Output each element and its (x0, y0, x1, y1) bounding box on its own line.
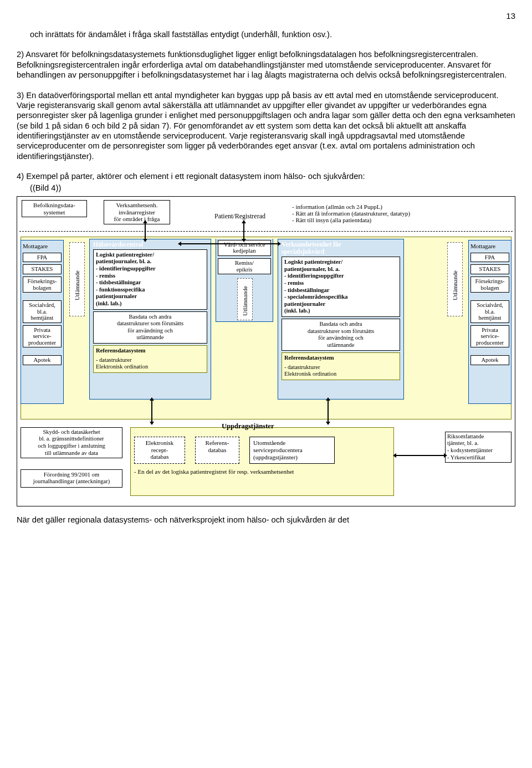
box-verksamhetsenh: Verksamhetsenh. invånarregister för områ… (104, 200, 170, 224)
mid-box: Vård- och service kedjeplan Remiss/ epik… (216, 239, 273, 322)
para-4: 4) Exempel på parter, aktörer och elemen… (17, 171, 515, 181)
para-3: 3) En dataöverföringsportal mellan ett a… (17, 90, 515, 162)
arrow-v2 (243, 223, 244, 239)
box-forsekring-r: Försekrings- bolagen (470, 277, 509, 293)
dash-top (19, 231, 513, 232)
box-befolkningsdata: Befolkningsdata- systemet (22, 200, 87, 217)
box-forsekring-l: Försekrings- bolagen (23, 277, 62, 293)
arrow-v3 (151, 401, 152, 422)
hvc-refs: Referensdatasystem - datastrukturer Elek… (93, 345, 207, 373)
box-stakes-l: STAKES (23, 264, 62, 274)
util-box-left: Utlämnande (69, 242, 85, 316)
box-riksomfattande: Riksomfattande tjänster, bl. a. - kodsys… (445, 432, 511, 463)
box-social-r: Socialvård, bl.a. hemtjänst (470, 300, 509, 323)
box-regulation: Förordning 99/2001 om journalhandlingar … (21, 469, 122, 488)
box-apotek-l: Apotek (23, 355, 62, 365)
util-label-l: Utlämnande (74, 262, 80, 309)
top-row: Befolkningsdata- systemet Verksamhetsenh… (22, 200, 510, 224)
util-label-r: Utlämnande (452, 262, 458, 309)
mid-remiss: Remiss/ epikris (218, 258, 271, 274)
para-1: och inrättats för ändamålet i fråga skal… (30, 29, 515, 39)
hvc-refs-body: - datastrukturer Elektronisk ordination (96, 357, 204, 371)
para-2: 2) Ansvaret för befolkningsdatasystemets… (17, 49, 515, 80)
receivers-right: Mottagare FPA STAKES Försekrings- bolage… (468, 240, 511, 404)
box-stakes-r: STAKES (470, 264, 509, 274)
uppdrag-title: Uppdragstjänster (219, 422, 276, 431)
rights-list: - information (allmän och 24 PuppL) - Rä… (292, 203, 410, 223)
arrow-v4 (328, 401, 329, 422)
sjv-title: Verksamhetsenhet för specialsjukvård (282, 241, 400, 255)
right-1: - information (allmän och 24 PuppL) (292, 203, 410, 210)
arrow-riks (396, 455, 444, 456)
box-privat-r: Privata service- producenter (470, 325, 509, 348)
sjv-refs-body: - datastrukturer Elektronisk ordination (284, 364, 397, 378)
box-utomstaende: Utomstående serviceproducentera (uppdrag… (249, 437, 335, 464)
right-3: - Rätt till insyn (alla patientdata) (292, 217, 410, 223)
box-privat-l: Privata service- producenter (23, 325, 62, 348)
receivers-title-l: Mottagare (23, 243, 62, 249)
sjv-refs: Referensdatasystem - datastrukturer Elek… (282, 352, 400, 380)
hvc-block2: Basdata och andra datastrukturer som för… (93, 311, 207, 344)
uppdrag-note: - En del av det logiska patientregistret… (134, 468, 390, 475)
sjv-block2: Basdata och andra datastrukturer som för… (282, 319, 400, 351)
sjv-refs-title: Referensdatasystem (284, 355, 397, 362)
col-hvc: Hälsovårdscentral Logiskt patientregiste… (89, 239, 211, 400)
box-fpa-l: FPA (23, 253, 62, 263)
bottom-area: Skydd- och datasäkerhet bl. a. gränssnit… (21, 422, 511, 503)
arrow-v1 (145, 223, 146, 239)
patient-label: Patient/Registrerad (214, 212, 265, 221)
util-box-right: Utlämnande (447, 242, 463, 316)
hvc-block1: Logiskt patientregister/ patientjournale… (93, 249, 207, 310)
box-apotek-r: Apotek (470, 355, 509, 365)
receivers-left: Mottagare FPA STAKES Försekrings- bolage… (21, 240, 64, 404)
receivers-title-r: Mottagare (470, 243, 509, 249)
mid-vard: Vård- och service kedjeplan (218, 240, 271, 256)
uppdrag-area: Uppdragstjänster Elektronisk recept- dat… (130, 427, 394, 496)
diagram: Befolkningsdata- systemet Verksamhetsenh… (17, 196, 515, 506)
box-refdb: Referens- databas (195, 437, 239, 464)
mid-util-label: Utlämnande (242, 277, 248, 325)
bild-label: ((Bild 4)) (30, 183, 515, 193)
right-2: - Rätt att få information (datastrukture… (292, 210, 410, 217)
box-security: Skydd- och datasäkerhet bl. a. gränssnit… (21, 427, 122, 458)
hvc-refs-title: Referensdatasystem (96, 347, 204, 355)
box-social-l: Socialvård, bl.a. hemtjänst (23, 300, 62, 323)
hvc-title: Hälsovårdscentral (93, 241, 207, 248)
box-fpa-r: FPA (470, 253, 509, 263)
sjv-block1: Logiskt patientregister/ patientjournale… (282, 257, 400, 317)
arrow-h-top (181, 243, 278, 244)
page-number: 13 (17, 11, 515, 21)
uppdrag-row: Elektronisk recept- databas Referens- da… (134, 437, 390, 464)
footer-text: När det gäller regionala datasystems- oc… (17, 515, 515, 524)
mid-util-box: Utlämnande (237, 278, 253, 320)
col-sjv: Verksamhetsenhet för specialsjukvård Log… (278, 239, 404, 400)
box-erecept: Elektronisk recept- databas (134, 437, 185, 464)
